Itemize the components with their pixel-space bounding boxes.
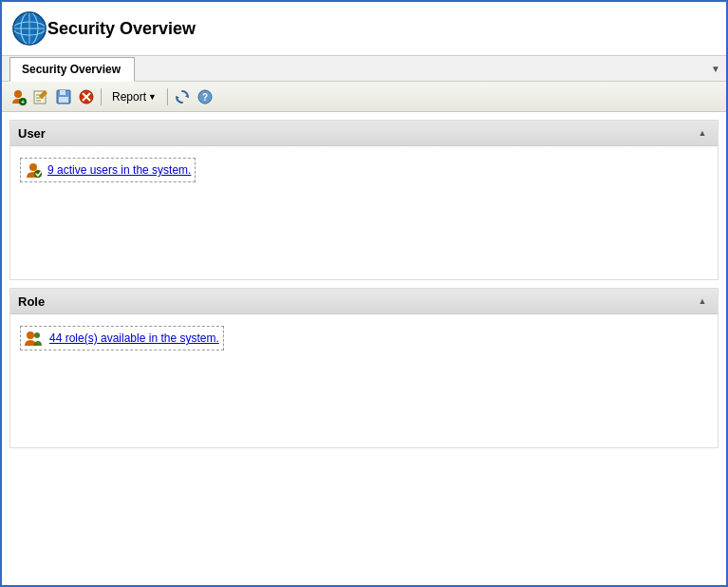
report-dropdown-arrow: ▼	[148, 92, 157, 102]
save-icon	[55, 88, 72, 105]
globe-icon	[11, 10, 47, 47]
svg-rect-16	[59, 97, 68, 103]
active-users-link[interactable]: 9 active users in the system.	[47, 163, 191, 177]
report-label: Report	[112, 90, 146, 104]
save-button[interactable]	[53, 86, 74, 107]
roles-icon	[25, 330, 44, 347]
edit-icon	[32, 88, 49, 105]
cancel-icon	[78, 88, 95, 105]
new-button[interactable]: +	[8, 86, 28, 107]
role-section-collapse[interactable]	[695, 294, 710, 309]
tab-bar: Security Overview ▼	[2, 55, 726, 82]
svg-text:?: ?	[202, 92, 208, 103]
refresh-button[interactable]	[172, 86, 193, 107]
toolbar: +	[2, 82, 726, 112]
cancel-button[interactable]	[76, 86, 97, 107]
svg-text:+: +	[21, 99, 25, 105]
report-button[interactable]: Report ▼	[105, 87, 163, 106]
refresh-icon	[174, 88, 191, 105]
new-icon: +	[9, 88, 27, 105]
user-section-body: 9 active users in the system.	[10, 146, 718, 279]
svg-point-6	[14, 90, 22, 98]
main-content: User 9 active users in the system. Ro	[2, 112, 726, 585]
user-section: User 9 active users in the system.	[9, 120, 719, 280]
user-section-collapse[interactable]	[695, 125, 710, 141]
toolbar-separator-1	[101, 88, 102, 105]
svg-point-27	[34, 332, 40, 338]
help-icon: ?	[196, 88, 214, 105]
toolbar-separator-2	[167, 88, 168, 105]
page-title: Security Overview	[47, 19, 196, 39]
tab-security-overview[interactable]: Security Overview	[9, 57, 135, 82]
help-button[interactable]: ?	[195, 86, 215, 107]
tab-dropdown-arrow[interactable]: ▼	[707, 60, 724, 77]
edit-button[interactable]	[30, 86, 51, 107]
role-section-title: Role	[18, 294, 45, 309]
available-roles-row: 44 role(s) available in the system.	[20, 326, 224, 350]
user-section-title: User	[18, 126, 46, 141]
active-users-row: 9 active users in the system.	[20, 158, 196, 182]
header: Security Overview	[2, 2, 726, 55]
role-section-header: Role	[10, 289, 718, 314]
svg-point-26	[27, 331, 34, 339]
user-section-header: User	[10, 121, 718, 146]
svg-rect-15	[60, 90, 65, 95]
available-roles-link[interactable]: 44 role(s) available in the system.	[49, 331, 219, 345]
role-section-body: 44 role(s) available in the system.	[10, 314, 718, 447]
tab-label: Security Overview	[22, 63, 121, 76]
app-window: Security Overview Security Overview ▼ +	[0, 0, 728, 587]
user-icon	[25, 161, 42, 179]
role-section: Role 44 role(s) available in the system.	[9, 288, 719, 448]
svg-point-24	[29, 163, 37, 171]
